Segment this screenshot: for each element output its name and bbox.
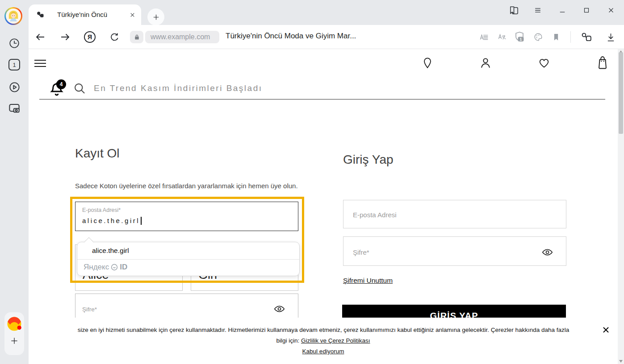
- store-locator-pin-icon[interactable]: [421, 56, 434, 70]
- tab-close-icon[interactable]: [129, 11, 136, 18]
- browser-window: Türkiye'nin Öncü: [0, 0, 624, 364]
- back-icon[interactable]: [35, 32, 46, 42]
- site-menu-icon[interactable]: [34, 59, 47, 69]
- forgot-password-link[interactable]: Şifremi Unuttum: [343, 277, 393, 285]
- yandex-logo-icon[interactable]: Я: [84, 31, 96, 43]
- register-subtitle: Sadece Koton üyelerine özel fırsatlardan…: [75, 182, 298, 190]
- register-title: Kayıt Ol: [75, 146, 120, 161]
- notification-badge: 4: [56, 79, 66, 89]
- window-close-icon[interactable]: [606, 5, 616, 16]
- address-page-title: Türkiye'nin Öncü Moda ve Giyim Mar...: [226, 32, 356, 41]
- cookie-text-line2: bilgi için: Gizlilik ve Çerez Politikası: [29, 337, 618, 344]
- page-scrollbar[interactable]: [618, 49, 624, 364]
- browser-sidebar: 1: [0, 25, 29, 364]
- minimize-icon[interactable]: [557, 5, 568, 16]
- bookmark-icon[interactable]: [551, 32, 561, 42]
- wishlist-heart-icon[interactable]: [537, 56, 551, 70]
- register-email-input[interactable]: E-posta Adresi* alice.the.girl: [75, 202, 298, 231]
- lock-icon[interactable]: [130, 31, 143, 43]
- menu-hamburger-icon[interactable]: [532, 5, 543, 16]
- cookie-accept-link[interactable]: Kabul ediyorum: [302, 348, 344, 355]
- web-page: 4 En Trend Kasım İndirimleri Başladı Kay…: [29, 49, 618, 364]
- new-tab-button[interactable]: [147, 8, 164, 25]
- shield-badge: 1: [520, 37, 522, 41]
- screenshot-icon[interactable]: [7, 101, 21, 115]
- email-label: E-posta Adresi*: [82, 207, 121, 213]
- yandex-id-suffix: ID: [120, 263, 127, 272]
- history-clock-icon[interactable]: [8, 37, 21, 50]
- profile-avatar[interactable]: [4, 7, 22, 25]
- search-icon[interactable]: [73, 82, 86, 95]
- sidebar-add-icon[interactable]: [9, 335, 20, 346]
- refresh-icon[interactable]: [109, 32, 120, 42]
- cookie-close-icon[interactable]: [601, 325, 611, 335]
- login-password-input[interactable]: Şifre*: [343, 236, 566, 266]
- palette-icon[interactable]: [533, 32, 544, 42]
- tabs-counter-button[interactable]: 1: [8, 59, 20, 70]
- cart-bag-icon[interactable]: [595, 54, 610, 70]
- passwords-icon[interactable]: [580, 31, 592, 43]
- yandex-id-smiley-icon: [111, 264, 118, 271]
- dropdown-divider: [77, 259, 299, 260]
- scrollbar-thumb[interactable]: [619, 52, 623, 134]
- play-media-icon[interactable]: [8, 81, 21, 93]
- browser-tab[interactable]: Türkiye'nin Öncü: [29, 4, 141, 25]
- url-chip[interactable]: www.example.com: [145, 31, 219, 43]
- url-text: www.example.com: [151, 33, 210, 41]
- tab-title: Türkiye'nin Öncü: [57, 11, 107, 18]
- login-title: Giriş Yap: [343, 153, 394, 167]
- downloads-icon[interactable]: [605, 32, 616, 42]
- search-input[interactable]: En Trend Kasım İndirimleri Başladı: [94, 83, 263, 93]
- tab-favicon-key-icon: [36, 10, 45, 19]
- login-password-eye-icon[interactable]: [541, 246, 553, 258]
- login-email-placeholder: E-posta Adresi: [353, 211, 397, 219]
- avatar-image: [6, 8, 21, 24]
- tab-count: 1: [13, 62, 16, 68]
- cookie-policy-link[interactable]: Gizlilik ve Çerez Politikası: [301, 337, 370, 344]
- address-toolbar: Я www.example.com Türkiye'nin Öncü Moda …: [29, 25, 624, 49]
- autofill-suggestion[interactable]: alice.the.girl: [77, 242, 299, 259]
- yandex-id-footer[interactable]: Яндекс ID: [84, 263, 127, 272]
- cookie-accept-row: Kabul ediyorum: [29, 348, 618, 355]
- reader-mode-icon[interactable]: [479, 32, 490, 42]
- login-email-input[interactable]: E-posta Adresi: [343, 200, 566, 228]
- text-caret: [141, 217, 142, 225]
- email-value: alice.the.girl: [82, 217, 140, 224]
- cookie-text-line1: size en iyi hizmeti sunabilmek için çere…: [46, 327, 600, 333]
- cookie-banner: size en iyi hizmeti sunabilmek için çere…: [29, 318, 618, 364]
- maximize-icon[interactable]: [581, 5, 592, 16]
- autofill-dropdown: alice.the.girl Яндекс ID: [77, 242, 300, 276]
- account-icon[interactable]: [478, 56, 493, 70]
- suggestion-text: alice.the.girl: [92, 247, 129, 255]
- scroll-down-icon[interactable]: [619, 360, 623, 363]
- search-underline: [39, 99, 605, 99]
- register-password-eye-icon[interactable]: [273, 303, 285, 314]
- yandex-id-brand: Яндекс: [84, 263, 109, 272]
- yandex-letter: Я: [88, 33, 92, 41]
- cookie-line2-prefix: bilgi için:: [276, 337, 301, 344]
- sidebar-bottom-panel: [4, 312, 24, 355]
- toolbar-separator: [570, 31, 571, 43]
- side-panels-icon[interactable]: [508, 5, 519, 16]
- forward-icon[interactable]: [60, 32, 71, 42]
- protect-shield-icon[interactable]: 1: [514, 31, 526, 43]
- login-password-placeholder: Şifre*: [353, 248, 369, 256]
- translate-icon[interactable]: [497, 32, 508, 42]
- register-password-label: Şifre*: [82, 306, 97, 313]
- tab-strip: Türkiye'nin Öncü: [0, 0, 624, 25]
- yandex-mail-icon[interactable]: [6, 316, 22, 332]
